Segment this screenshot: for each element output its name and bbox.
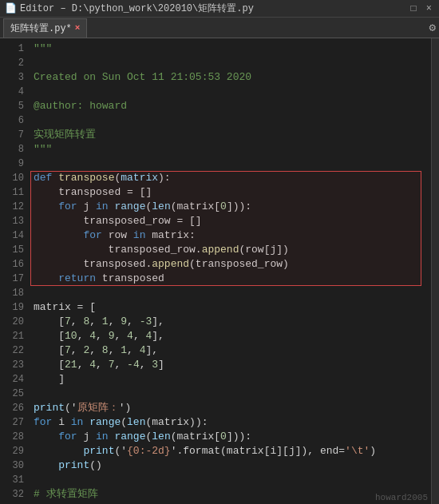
tab-file[interactable]: 矩阵转置.py* ×: [3, 18, 87, 38]
tab-list: 矩阵转置.py* ×: [3, 18, 87, 38]
code-line-12: for j in range(len(matrix[0])):: [34, 200, 428, 214]
code-content[interactable]: """ Created on Sun Oct 11 21:05:53 2020 …: [29, 38, 431, 504]
code-line-7: 实现矩阵转置: [34, 128, 428, 142]
code-line-22: [7, 2, 8, 1, 4],: [34, 343, 428, 358]
code-line-1: """: [34, 42, 428, 56]
tab-label: 矩阵转置.py*: [10, 22, 72, 35]
code-line-27: for i in range(len(matrix)):: [34, 415, 428, 430]
code-line-30: print(): [34, 458, 428, 473]
tab-bar: 矩阵转置.py* × ⚙: [0, 18, 439, 38]
code-line-20: [7, 8, 1, 9, -3],: [34, 315, 428, 329]
code-line-32: # 求转置矩阵: [34, 487, 428, 502]
scrollbar[interactable]: [431, 38, 439, 504]
editor-icon: 📄: [5, 2, 17, 14]
code-line-5: @author: howard: [34, 99, 428, 113]
code-line-8: """: [34, 142, 428, 157]
code-line-4: [34, 85, 428, 99]
title-bar-label: 📄 Editor – D:\python_work\202010\矩阵转置.py: [5, 2, 254, 15]
code-line-2: [34, 56, 428, 70]
code-line-29: print('{0:-2d}'.format(matrix[i][j]), en…: [34, 444, 428, 458]
code-line-16: transposed.append(transposed_row): [34, 257, 428, 272]
watermark: howard2005: [375, 493, 428, 502]
code-line-15: transposed_row.append(row[j]): [34, 243, 428, 257]
code-line-6: [34, 113, 428, 128]
code-line-14: for row in matrix:: [34, 228, 428, 243]
title-bar: 📄 Editor – D:\python_work\202010\矩阵转置.py…: [0, 0, 439, 18]
code-line-9: [34, 157, 428, 171]
title-bar-buttons: □ ×: [409, 3, 434, 14]
code-line-19: matrix = [: [34, 300, 428, 315]
editor-area: 1234567891011121314151617181920212223242…: [0, 38, 439, 504]
code-line-10: def transpose(matrix):: [34, 171, 428, 185]
minimize-button[interactable]: □: [409, 3, 419, 14]
code-line-28: for j in range(len(matrix[0])):: [34, 430, 428, 444]
close-window-button[interactable]: ×: [424, 3, 434, 14]
code-line-31: [34, 473, 428, 487]
title-text: Editor – D:\python_work\202010\矩阵转置.py: [20, 2, 254, 15]
code-line-21: [10, 4, 9, 4, 4],: [34, 329, 428, 343]
code-line-23: [21, 4, 7, -4, 3]: [34, 358, 428, 372]
code-line-13: transposed_row = []: [34, 214, 428, 228]
line-numbers: 1234567891011121314151617181920212223242…: [0, 38, 29, 504]
code-line-11: transposed = []: [34, 185, 428, 200]
code-line-3: Created on Sun Oct 11 21:05:53 2020: [34, 70, 428, 85]
settings-gear[interactable]: ⚙: [429, 21, 436, 34]
tab-close-button[interactable]: ×: [75, 23, 81, 33]
code-line-25: [34, 387, 428, 401]
code-line-17: return transposed: [34, 272, 428, 286]
code-line-24: ]: [34, 372, 428, 387]
code-line-26: print('原矩阵：'): [34, 401, 428, 415]
code-line-18: [34, 286, 428, 300]
